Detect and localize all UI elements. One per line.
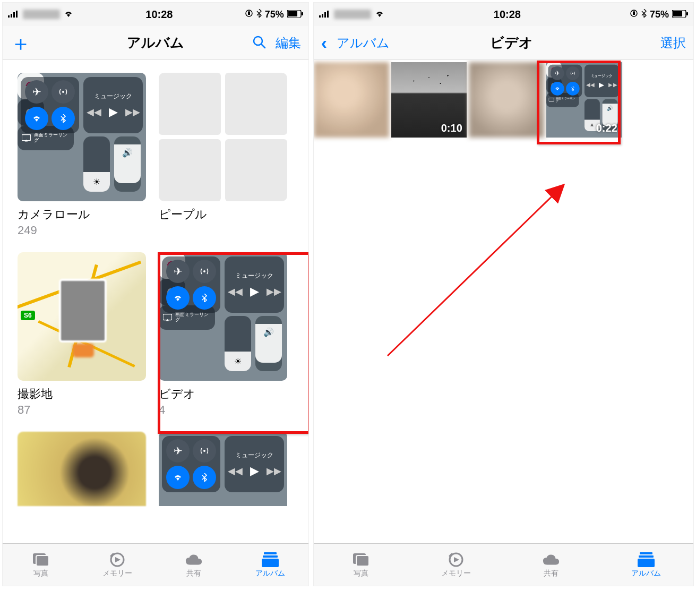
nav-title: アルバム <box>63 33 248 52</box>
brightness-icon: ☀ <box>225 352 251 371</box>
edit-button[interactable]: 編集 <box>276 35 301 52</box>
album-places[interactable]: S6 撮影地 87 <box>18 252 146 417</box>
volume-icon: 🔊 <box>114 144 141 183</box>
tab-bar: 写真 メモリー 共有 アルバム <box>314 543 693 586</box>
phone-right-videos: 10:28 75% ‹ アルバム ビデオ 選択 <box>313 2 694 586</box>
wifi-toggle-icon <box>166 466 190 489</box>
videos-content: 0:10 ✈ ミュージック ◀◀▶▶▶ <box>314 60 693 543</box>
music-label: ミュージック <box>235 451 273 460</box>
tab-memories[interactable]: メモリー <box>409 544 504 586</box>
signal-icon <box>319 9 331 20</box>
video-item-3[interactable] <box>469 62 544 138</box>
tab-photos[interactable]: 写真 <box>3 544 79 586</box>
airplane-icon: ✈ <box>25 80 48 104</box>
map-route-badge: S6 <box>21 311 35 320</box>
carrier-label <box>23 10 60 19</box>
svg-point-33 <box>572 73 573 74</box>
play-icon: ▶ <box>599 81 604 89</box>
bluetooth-toggle-icon <box>51 107 75 130</box>
album-count: 249 <box>18 224 146 237</box>
add-album-button[interactable]: ＋ <box>10 38 31 48</box>
volume-icon: 🔊 <box>255 324 282 363</box>
cellular-icon <box>193 260 216 283</box>
next-icon: ▶▶ <box>267 286 281 297</box>
album-people[interactable]: ピープル <box>159 73 287 237</box>
svg-rect-7 <box>288 11 297 16</box>
map-photo-pin-icon <box>59 279 107 343</box>
nav-title: ビデオ <box>390 33 633 52</box>
memories-icon <box>108 552 126 568</box>
status-bar: 10:28 75% <box>314 3 693 26</box>
prev-icon: ◀◀ <box>228 465 243 477</box>
album-thumb <box>159 73 287 201</box>
tab-memories[interactable]: メモリー <box>79 544 156 586</box>
svg-rect-26 <box>324 12 326 18</box>
map-count-pin-icon <box>73 344 94 357</box>
play-icon: ▶ <box>250 464 259 478</box>
wifi-toggle-icon <box>551 82 564 96</box>
cloud-icon <box>185 552 203 568</box>
album-partial-2[interactable]: ✈ ミュージック ◀◀▶▶▶ <box>159 432 287 506</box>
bluetooth-toggle-icon <box>193 286 216 310</box>
tab-shared[interactable]: 共有 <box>503 544 598 586</box>
album-thumb-map: S6 <box>18 252 146 381</box>
status-time: 10:28 <box>494 8 521 21</box>
album-count: 4 <box>159 403 287 417</box>
svg-rect-32 <box>686 12 688 15</box>
svg-rect-35 <box>548 98 554 101</box>
tab-shared[interactable]: 共有 <box>156 544 232 586</box>
cellular-icon <box>566 66 580 80</box>
prev-icon: ◀◀ <box>228 286 243 297</box>
back-button[interactable]: アルバム <box>337 35 390 52</box>
wifi-icon <box>63 9 74 20</box>
search-icon[interactable] <box>252 35 266 51</box>
music-label: ミュージック <box>590 73 613 79</box>
video-item-4[interactable]: ✈ ミュージック ◀◀▶▶▶ ☀ 🔊 画面ミラーリ <box>546 62 622 138</box>
tab-albums[interactable]: アルバム <box>598 544 693 586</box>
back-chevron-icon[interactable]: ‹ <box>321 32 327 53</box>
music-label: ミュージック <box>94 92 132 101</box>
next-icon: ▶▶ <box>125 106 140 118</box>
video-item-2[interactable]: 0:10 <box>391 62 467 138</box>
bluetooth-toggle-icon <box>193 466 216 489</box>
svg-point-11 <box>62 91 64 93</box>
svg-rect-3 <box>16 11 18 18</box>
svg-rect-23 <box>262 559 279 567</box>
battery-percent: 75% <box>265 9 284 20</box>
orientation-lock-icon <box>245 9 253 20</box>
albums-stack-icon <box>637 552 655 568</box>
svg-rect-24 <box>319 15 321 18</box>
carrier-label <box>334 10 371 19</box>
album-camera-roll[interactable]: ✈ ミュージック ◀◀▶▶▶ ☀ 🔊 画面ミラーリ <box>18 73 146 237</box>
video-grid: 0:10 ✈ ミュージック ◀◀▶▶▶ <box>314 62 693 138</box>
svg-point-17 <box>203 450 205 452</box>
phone-left-albums: 10:28 75% ＋ アルバム 編集 <box>2 2 309 586</box>
cellular-icon <box>193 439 216 463</box>
albums-stack-icon <box>261 552 279 568</box>
tab-photos[interactable]: 写真 <box>314 544 409 586</box>
tab-albums[interactable]: アルバム <box>232 544 308 586</box>
svg-point-14 <box>203 270 205 272</box>
battery-icon <box>672 9 688 20</box>
video-item-1[interactable] <box>314 62 389 138</box>
cellular-icon <box>51 80 75 104</box>
battery-icon <box>287 9 303 20</box>
prev-icon: ◀◀ <box>87 106 101 118</box>
signal-icon <box>8 9 20 20</box>
svg-rect-31 <box>673 11 682 16</box>
wifi-toggle-icon <box>166 286 190 310</box>
video-duration: 0:10 <box>441 122 462 134</box>
next-icon: ▶▶ <box>267 465 281 477</box>
svg-rect-2 <box>13 12 15 18</box>
bluetooth-toggle-icon <box>566 82 580 96</box>
albums-content: ✈ ミュージック ◀◀▶▶▶ ☀ 🔊 画面ミラーリ <box>3 60 308 543</box>
album-thumb <box>18 432 146 506</box>
bluetooth-icon <box>256 9 262 20</box>
album-title: ピープル <box>159 207 287 223</box>
select-button[interactable]: 選択 <box>660 35 686 52</box>
airplane-icon: ✈ <box>551 66 564 80</box>
album-videos[interactable]: ✈ ミュージック ◀◀▶▶▶ ☀ 🔊 画面ミラーリ <box>159 252 287 417</box>
album-partial-1[interactable] <box>18 432 146 506</box>
svg-rect-27 <box>327 11 329 18</box>
play-icon: ▶ <box>250 285 259 298</box>
